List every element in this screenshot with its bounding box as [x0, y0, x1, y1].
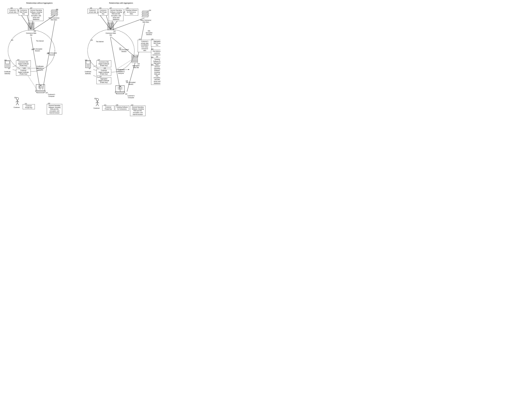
svg-rect-96 — [132, 60, 138, 62]
cert-available-label-right: Certificatesavailable toeveryone — [114, 69, 128, 74]
svg-line-50 — [16, 101, 17, 102]
box-105-left: Customer'sprivate data — [8, 9, 18, 14]
svg-rect-101 — [86, 61, 90, 64]
ref-110-right: 110 — [125, 93, 127, 95]
box-111-right: CustomerPrivate Key — [102, 106, 114, 111]
svg-rect-94 — [132, 58, 138, 59]
svg-rect-114 — [115, 92, 125, 93]
box-114-left: Commerce SiteDigital Certificate(Public … — [16, 60, 31, 67]
svg-rect-84 — [143, 11, 149, 12]
svg-rect-87 — [142, 14, 148, 15]
box-121-right: GeneralOperatingSoftware,includingRSA an… — [151, 65, 160, 85]
svg-point-0 — [8, 30, 55, 71]
label-110-left: Customer'sComputer — [46, 93, 58, 97]
label-122-right: SSL EncryptedSession — [119, 49, 129, 52]
label-113-right: CertificateAuthority — [83, 71, 93, 75]
svg-rect-100 — [86, 60, 91, 68]
svg-rect-14 — [28, 25, 34, 26]
svg-rect-79 — [108, 28, 114, 29]
server-103-right — [107, 22, 114, 32]
box-127-right: AggregatorDigital Certificate(Public Key… — [97, 77, 111, 84]
svg-rect-26 — [52, 12, 58, 13]
ref-110-left: 110 — [46, 92, 48, 93]
server-116-right — [131, 55, 138, 64]
box-126-right: Ticketing Softwarefor Consumers — [115, 106, 129, 111]
cert-auth-icon-right — [85, 60, 93, 70]
label-109-left: SSL EncryptedSessions — [47, 52, 57, 56]
ref-101-right: 101 — [94, 98, 97, 99]
svg-rect-76 — [108, 24, 114, 25]
svg-rect-25 — [51, 11, 57, 12]
svg-rect-15 — [28, 26, 34, 27]
ssl-enc-sessions-right: SSLEncryptedSessions — [144, 30, 154, 35]
ref-113-right: 113 — [85, 59, 87, 61]
svg-rect-75 — [108, 22, 114, 23]
svg-rect-89 — [142, 16, 148, 17]
svg-marker-45 — [40, 85, 41, 86]
box-107-right: General OperatingSoftware, includingRSA … — [109, 9, 123, 21]
svg-rect-92 — [132, 55, 138, 56]
svg-rect-47 — [37, 92, 44, 93]
svg-rect-86 — [143, 13, 149, 14]
box-125-right: Ticketing Softwarefor CommerceSites — [125, 9, 138, 16]
label-internet-right: The Internet — [96, 41, 104, 43]
person-icon-right — [95, 98, 100, 107]
label-113-left: CertificateAuthority — [3, 71, 12, 75]
svg-rect-12 — [28, 22, 34, 23]
svg-rect-13 — [28, 24, 34, 25]
label-103-left: Commerce Web Site — [25, 32, 37, 36]
svg-line-66 — [111, 37, 135, 57]
box-106-left: CommerceSite PrivateKey — [19, 9, 28, 16]
box-105-right: Customer'sprivate data — [88, 9, 98, 14]
label-101-left: Customer — [14, 107, 20, 108]
svg-marker-113 — [120, 86, 121, 87]
svg-line-120 — [96, 104, 97, 106]
svg-line-119 — [97, 102, 99, 103]
label-124-right: SSL EncryptedSession — [126, 82, 135, 85]
svg-rect-115 — [116, 93, 124, 94]
svg-line-53 — [17, 103, 19, 105]
svg-rect-78 — [108, 26, 114, 27]
cert-auth-icon-left — [5, 60, 12, 70]
ref-102-right: 102 — [91, 40, 93, 41]
left-diagram: Relationships without Aggregators — [1, 1, 77, 122]
ref-102-left: 102 — [11, 40, 13, 41]
svg-rect-27 — [51, 13, 57, 14]
ref-101-left: 101 — [14, 97, 17, 98]
svg-line-52 — [16, 103, 17, 105]
svg-rect-29 — [51, 15, 57, 16]
label-108-left: SSL EncryptedSession — [33, 48, 42, 52]
svg-rect-77 — [108, 25, 114, 26]
person-icon-left — [15, 97, 20, 106]
label-104-right: Other CommerceWeb Sites — [140, 19, 152, 23]
box-117-right: Customer'sprivate dataconsilidatedfrom m… — [138, 40, 152, 52]
ref-104-left: 104 — [56, 9, 58, 10]
box-106-right: CommerceSite PrivateKey — [98, 9, 108, 16]
box-115-left: CustomerDigital Certificate(Public Key) — [16, 69, 31, 76]
right-diagram: Relationships with Aggregators — [83, 1, 159, 122]
svg-rect-93 — [132, 56, 138, 58]
svg-rect-16 — [28, 28, 34, 29]
svg-marker-74 — [128, 69, 129, 70]
label-103-right: Commerce Web Site — [105, 32, 117, 36]
box-114-right: Commerce SiteDigital Certificate(Public … — [97, 60, 111, 67]
computer-icon-left — [35, 84, 47, 94]
svg-rect-85 — [142, 12, 148, 13]
svg-rect-80 — [108, 29, 114, 30]
svg-rect-28 — [52, 14, 58, 15]
ref-113-left: 113 — [4, 59, 6, 61]
svg-rect-17 — [28, 29, 34, 30]
svg-rect-33 — [6, 61, 9, 64]
label-101-right: Customer — [94, 107, 100, 109]
ref-103-right: 103 — [113, 30, 116, 32]
main-container: Relationships without Aggregators — [0, 0, 160, 123]
box-115-right: CustomerDigital Certificate(Public Key) — [97, 69, 111, 76]
box-112-left: General OperatingSoftware, includingRSA … — [47, 104, 62, 114]
cert-available-label-left: Certificatesavailable toeveryone — [33, 65, 47, 71]
svg-line-51 — [17, 101, 19, 102]
label-110-right: Customer'sComputer — [125, 95, 137, 99]
svg-rect-88 — [143, 15, 149, 16]
svg-rect-95 — [132, 59, 138, 60]
svg-line-72 — [116, 60, 131, 70]
ref-116-right: 116 — [137, 63, 140, 64]
